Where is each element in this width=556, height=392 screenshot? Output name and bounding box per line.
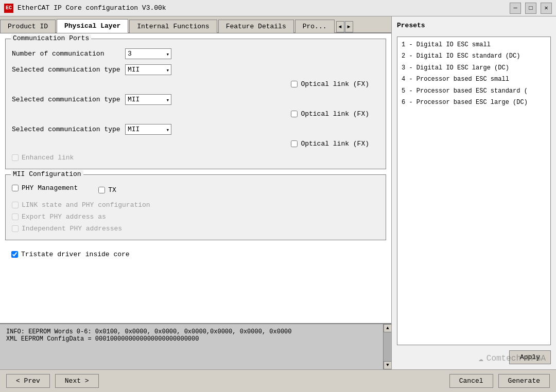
independent-phy-label: Independent PHY addresses: [22, 225, 122, 233]
info-panel: INFO: EEPROM Words 0-6: 0x0100, 0x0000, …: [0, 323, 391, 369]
optical-link-3-row: Optical link (FX): [12, 140, 379, 148]
mii-config-title: MII Configuration: [11, 170, 83, 178]
tristate-row: Tristate driver inside core: [11, 251, 380, 258]
presets-title: Presets: [397, 22, 551, 29]
title-bar: EC EtherCAT IP Core configuration V3.00k…: [0, 0, 556, 16]
optical-link-1-row: Optical link (FX): [12, 80, 379, 88]
mii-top-row: PHY Management TX: [12, 184, 379, 196]
optical-link-2-label: Optical link (FX): [301, 110, 369, 118]
comm-type-2-label: Selected communication type: [12, 96, 125, 103]
info-line-1: INFO: EEPROM Words 0-6: 0x0100, 0x0000, …: [6, 328, 385, 335]
num-comm-row: Number of communication 1 2 3 4: [12, 48, 379, 59]
independent-phy-row: Independent PHY addresses: [12, 225, 379, 233]
preset-item-2[interactable]: 2 - Digital IO ESC standard (DC): [399, 50, 548, 62]
left-panel: Product ID Physical Layer Internal Funct…: [0, 16, 391, 369]
enhanced-link-row: Enhanced link: [12, 154, 379, 162]
bottom-bar: < Prev Next > Cancel Generate: [0, 369, 556, 392]
tab-pro[interactable]: Pro...: [295, 20, 335, 33]
comm-type-1-select-wrapper: MII RMII GMII: [125, 64, 171, 75]
comm-type-1-select[interactable]: MII RMII GMII: [125, 64, 171, 75]
scrollbar-up-button[interactable]: ▲: [384, 324, 391, 332]
link-state-row: LINK state and PHY configuration: [12, 201, 379, 209]
content-panel: Communication Ports Number of communicat…: [0, 33, 391, 323]
mii-config-section: MII Configuration PHY Management TX: [5, 174, 386, 240]
minimize-button[interactable]: —: [510, 3, 521, 14]
num-comm-label: Number of communication: [12, 50, 125, 58]
tab-bar: Product ID Physical Layer Internal Funct…: [0, 16, 391, 33]
next-button[interactable]: Next >: [55, 374, 99, 388]
tab-internal-functions[interactable]: Internal Functions: [129, 20, 217, 33]
preset-item-3[interactable]: 3 - Digital IO ESC large (DC): [399, 62, 548, 74]
maximize-button[interactable]: □: [525, 3, 536, 14]
preset-item-5[interactable]: 5 - Processor based ESC standard (: [399, 85, 548, 97]
export-phy-label: Export PHY address as: [22, 213, 106, 221]
bottom-right-actions: Cancel Generate: [449, 374, 550, 388]
tristate-section: Tristate driver inside core: [5, 245, 386, 263]
independent-phy-checkbox: [12, 225, 19, 232]
phy-mgmt-label: PHY Management: [22, 184, 78, 192]
info-scrollbar[interactable]: ▲ ▼: [383, 324, 391, 369]
tab-physical-layer[interactable]: Physical Layer: [57, 19, 128, 33]
apply-button[interactable]: Apply: [509, 350, 551, 364]
window-controls: — □ ✕: [510, 3, 552, 14]
comm-type-2-select-wrapper: MII RMII GMII: [125, 94, 171, 105]
app-icon: EC: [4, 4, 13, 13]
link-state-label: LINK state and PHY configuration: [22, 201, 150, 209]
optical-link-3-label: Optical link (FX): [301, 140, 369, 148]
num-comm-select-wrapper: 1 2 3 4: [125, 48, 171, 59]
optical-link-2-row: Optical link (FX): [12, 110, 379, 118]
optical-link-3-checkbox[interactable]: [291, 140, 298, 147]
comm-type-3-select-wrapper: MII RMII GMII: [125, 124, 171, 135]
comm-type-2-select[interactable]: MII RMII GMII: [125, 94, 171, 105]
info-line-2: XML EEPROM ConfigData = 0001000000000000…: [6, 335, 385, 343]
preset-item-4[interactable]: 4 - Processor based ESC small: [399, 74, 548, 85]
tab-next-button[interactable]: ►: [345, 21, 353, 32]
bottom-left-nav: < Prev Next >: [6, 374, 99, 388]
tristate-checkbox[interactable]: [11, 251, 18, 258]
generate-button[interactable]: Generate: [498, 374, 550, 388]
num-comm-select[interactable]: 1 2 3 4: [125, 48, 171, 59]
link-state-checkbox: [12, 202, 19, 208]
communication-ports-section: Communication Ports Number of communicat…: [5, 39, 386, 169]
presets-list: 1 - Digital IO ESC small 2 - Digital IO …: [397, 37, 551, 345]
export-phy-row: Export PHY address as: [12, 213, 379, 221]
comm-type-1-label: Selected communication type: [12, 66, 125, 74]
tx-row: TX: [98, 186, 116, 194]
app-title: EtherCAT IP Core configuration V3.00k: [18, 4, 510, 12]
phy-mgmt-checkbox[interactable]: [12, 185, 19, 191]
optical-link-1-label: Optical link (FX): [301, 80, 369, 88]
comm-type-1-row: Selected communication type MII RMII GMI…: [12, 64, 379, 75]
export-phy-checkbox: [12, 213, 19, 220]
comm-type-3-select[interactable]: MII RMII GMII: [125, 124, 171, 135]
tab-feature-details[interactable]: Feature Details: [218, 20, 294, 33]
phy-mgmt-row: PHY Management: [12, 184, 78, 192]
optical-link-1-checkbox[interactable]: [291, 81, 298, 87]
main-content: Product ID Physical Layer Internal Funct…: [0, 16, 556, 369]
tab-prev-button[interactable]: ◄: [336, 21, 344, 32]
tx-label: TX: [108, 186, 116, 194]
presets-panel: Presets 1 - Digital IO ESC small 2 - Dig…: [391, 16, 556, 369]
communication-ports-title: Communication Ports: [11, 34, 91, 42]
tristate-label: Tristate driver inside core: [21, 251, 130, 258]
comm-type-3-row: Selected communication type MII RMII GMI…: [12, 124, 379, 135]
optical-link-2-checkbox[interactable]: [291, 111, 298, 117]
comm-type-3-label: Selected communication type: [12, 126, 125, 133]
comm-type-2-row: Selected communication type MII RMII GMI…: [12, 94, 379, 105]
scrollbar-down-button[interactable]: ▼: [384, 361, 391, 369]
prev-button[interactable]: < Prev: [6, 374, 50, 388]
close-button[interactable]: ✕: [541, 3, 552, 14]
preset-item-1[interactable]: 1 - Digital IO ESC small: [399, 39, 548, 50]
cancel-button[interactable]: Cancel: [449, 374, 493, 388]
scrollbar-track: [384, 332, 391, 361]
enhanced-link-label: Enhanced link: [22, 154, 74, 162]
preset-item-6[interactable]: 6 - Processor based ESC large (DC): [399, 97, 548, 108]
enhanced-link-checkbox: [12, 154, 19, 161]
tab-product-id[interactable]: Product ID: [0, 20, 56, 33]
tx-checkbox[interactable]: [98, 187, 105, 193]
